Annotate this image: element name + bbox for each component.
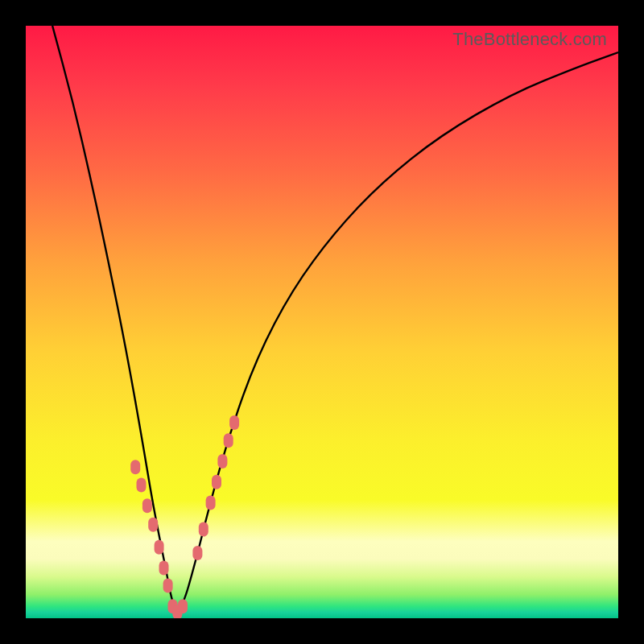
- marker-point: [229, 415, 239, 430]
- marker-point: [199, 522, 208, 537]
- marker-point: [206, 496, 216, 510]
- marker-point: [217, 454, 227, 469]
- marker-group: [130, 415, 239, 618]
- bottleneck-curve: [52, 26, 618, 609]
- marker-point: [155, 540, 164, 555]
- marker-point: [130, 460, 140, 474]
- marker-point: [148, 518, 158, 532]
- marker-point: [163, 579, 173, 593]
- chart-svg: [26, 26, 618, 618]
- watermark-text: TheBottleneck.com: [452, 29, 607, 50]
- marker-point: [224, 433, 233, 448]
- marker-point: [212, 475, 221, 489]
- marker-point: [137, 477, 147, 492]
- plot-area: TheBottleneck.com: [26, 26, 618, 618]
- marker-point: [192, 546, 202, 560]
- marker-point: [159, 560, 169, 575]
- marker-point: [178, 599, 188, 613]
- marker-point: [142, 498, 152, 513]
- outer-frame: TheBottleneck.com: [0, 0, 644, 644]
